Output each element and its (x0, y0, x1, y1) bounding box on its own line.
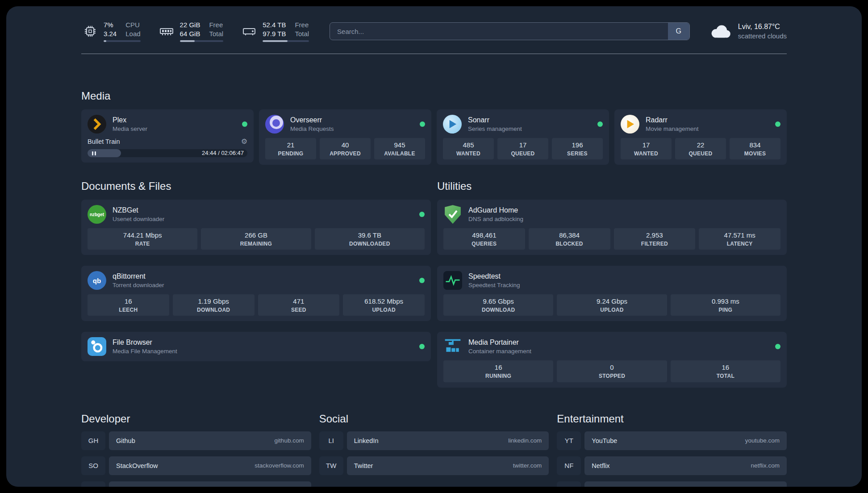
bookmark-reddit[interactable]: RE Reddit reddit.com (557, 481, 787, 487)
stat-queued: 17QUEUED (497, 138, 548, 159)
app-card-sonarr[interactable]: Sonarr Series management 485WANTED 17QUE… (437, 109, 609, 165)
app-name: Media Portainer (468, 338, 531, 347)
app-desc: Movie management (646, 125, 699, 133)
cpu-label: CPU (125, 21, 140, 29)
stat-wanted: 17WANTED (621, 138, 672, 159)
bookmark-abbr: TW (319, 456, 343, 475)
bookmark-name: YouTube (592, 437, 617, 444)
gear-icon[interactable]: ⚙ (241, 138, 247, 145)
app-name: Plex (113, 116, 147, 125)
app-name: Overseerr (290, 116, 334, 125)
plex-now-playing: Bullet Train ⚙ 24:44 / 02:06:47 (88, 138, 247, 157)
app-name: File Browser (113, 338, 177, 347)
playback-progress-bar[interactable]: 24:44 / 02:06:47 (88, 149, 247, 157)
adguard-icon (443, 205, 462, 224)
search-input[interactable] (330, 22, 690, 40)
top-bar: 7% 3.24 CPU Load (81, 21, 787, 42)
bookmark-abbr: LI (319, 431, 343, 450)
status-dot (775, 121, 780, 127)
stat-available: 945AVAILABLE (374, 138, 425, 159)
app-desc: Container management (468, 347, 531, 355)
app-card-nzbget[interactable]: nzbget NZBGet Usenet downloader 744.21 M… (81, 200, 431, 255)
resource-widgets: 7% 3.24 CPU Load (81, 21, 309, 42)
cpu-percent: 7% (104, 21, 117, 29)
bookmark-abbr: RE (557, 481, 581, 487)
app-card-filebrowser[interactable]: File Browser Media File Management (81, 332, 431, 361)
speedtest-icon (443, 271, 462, 290)
section-title-social: Social (319, 413, 549, 425)
app-desc: Media File Management (113, 347, 177, 355)
app-name: qBittorrent (113, 272, 164, 281)
section-title-utilities: Utilities (437, 180, 787, 192)
bookmark-twitter[interactable]: TW Twitter twitter.com (319, 456, 549, 475)
section-title-entertainment: Entertainment (557, 413, 787, 425)
bookmark-url: github.com (275, 437, 304, 444)
section-title-documents: Documents & Files (81, 180, 431, 192)
app-card-adguard[interactable]: AdGuard Home DNS and adblocking 498,461Q… (437, 200, 787, 255)
section-documents: Documents & Files nzbget NZBGet Usenet d… (81, 180, 431, 361)
cpu-widget: 7% 3.24 CPU Load (81, 21, 141, 42)
stat-ping: 0.993 msPING (671, 294, 780, 316)
ram-free-value: 22 GiB (180, 21, 200, 29)
overseerr-icon (265, 115, 284, 134)
bookmark-abbr: NF (557, 456, 581, 475)
bookmark-github[interactable]: GH Github github.com (81, 431, 311, 450)
search-bar: G (330, 22, 690, 40)
app-desc: Usenet downloader (113, 215, 164, 223)
bookmark-name: LinkedIn (354, 437, 379, 444)
app-card-plex[interactable]: Plex Media server Bullet Train ⚙ 24:44 /… (81, 109, 254, 163)
stat-leech: 16LEECH (88, 294, 169, 316)
disk-free-value: 52.4 TB (263, 21, 286, 29)
section-title-media: Media (81, 90, 787, 102)
stat-blocked: 86,384BLOCKED (529, 228, 610, 250)
bookmark-url: twitter.com (513, 462, 542, 469)
bookmark-abbr: GH (81, 431, 105, 450)
cpu-icon (81, 22, 99, 40)
ram-icon (158, 22, 175, 40)
app-card-qbittorrent[interactable]: qb qBittorrent Torrent downloader 16LEEC… (81, 266, 431, 321)
stat-queued: 22QUEUED (675, 138, 726, 159)
app-card-radarr[interactable]: Radarr Movie management 17WANTED 22QUEUE… (614, 109, 787, 165)
app-card-portainer[interactable]: Media Portainer Container management 16R… (437, 332, 787, 387)
portainer-icon (443, 337, 462, 356)
app-desc: Media Requests (290, 125, 334, 133)
stat-queries: 498,461QUERIES (443, 228, 525, 250)
bookmark-netflix[interactable]: NF Netflix netflix.com (557, 456, 787, 475)
bookmark-stackoverflow[interactable]: SO StackOverflow stackoverflow.com (81, 456, 311, 475)
bookmark-linkedin[interactable]: LI LinkedIn linkedin.com (319, 431, 549, 450)
section-utilities: Utilities AdGuard Home DNS and adblockin… (437, 180, 787, 387)
search-engine-button[interactable]: G (668, 23, 689, 40)
app-card-speedtest[interactable]: Speedtest Speedtest Tracking 9.65 GbpsDO… (437, 266, 787, 321)
bookmark-name: Github (116, 437, 135, 444)
bookmark-youtube[interactable]: YT YouTube youtube.com (557, 431, 787, 450)
status-dot (775, 344, 780, 349)
bookmark-url: youtube.com (745, 437, 780, 444)
nzbget-icon: nzbget (88, 205, 106, 224)
status-dot (419, 278, 425, 283)
stat-series: 196SERIES (552, 138, 603, 159)
qbittorrent-icon: qb (88, 271, 106, 290)
bookmark-dev[interactable]: DT DEV dev.to (81, 481, 311, 487)
stat-wanted: 485WANTED (443, 138, 494, 159)
ram-bar (180, 40, 224, 42)
app-card-overseerr[interactable]: Overseerr Media Requests 21PENDING 40APP… (259, 109, 431, 165)
stat-upload: 618.52 MbpsUPLOAD (343, 294, 425, 316)
ram-total-label: Total (209, 29, 223, 38)
section-entertainment: Entertainment YT YouTube youtube.com NF … (557, 413, 787, 487)
topbar-divider (81, 54, 787, 54)
stat-latency: 47.571 msLATENCY (699, 228, 780, 250)
bookmark-url: netflix.com (751, 462, 780, 469)
bookmark-abbr: SO (81, 456, 105, 475)
section-media: Media Plex Media server Bullet Train (81, 90, 787, 165)
status-dot (419, 212, 425, 217)
cpu-load-label: Load (125, 29, 140, 38)
cpu-bar (104, 40, 141, 42)
plex-icon (88, 115, 106, 134)
app-name: Speedtest (468, 272, 520, 281)
stat-movies: 834MOVIES (730, 138, 780, 159)
pause-button[interactable] (88, 149, 121, 157)
cloud-icon (709, 23, 732, 40)
bookmark-abbr: DT (81, 481, 105, 487)
disk-widget: 52.4 TB 97.9 TB Free Total (240, 21, 309, 42)
status-dot (242, 121, 247, 127)
